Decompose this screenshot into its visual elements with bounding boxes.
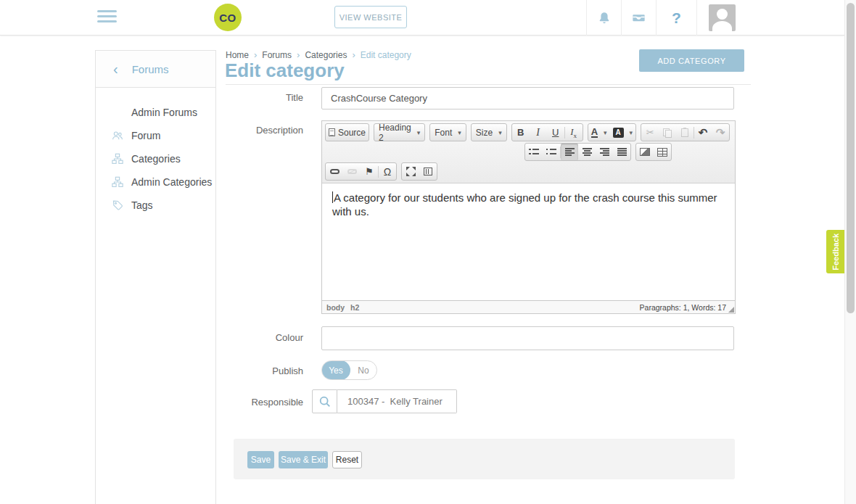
bold-button[interactable]: B (512, 124, 530, 141)
sidebar: ‹ Forums Admin Forums Forum (95, 50, 216, 504)
colour-input[interactable] (321, 326, 734, 350)
publish-label: Publish (226, 365, 303, 376)
text-caret (332, 191, 333, 203)
feedback-label: Feedback (831, 234, 840, 270)
header-divider (226, 84, 751, 85)
form-actions-bar: Save Save & Exit Reset (234, 439, 735, 479)
redo-button[interactable]: ↷ (712, 124, 729, 141)
sidebar-item-label: Forum (131, 130, 160, 141)
undo-button[interactable]: ↶ (694, 124, 712, 141)
view-website-button[interactable]: VIEW WEBSITE (334, 6, 407, 28)
unlink-icon (347, 169, 357, 174)
page-scrollbar[interactable] (844, 0, 856, 504)
publish-yes-option[interactable]: Yes (321, 360, 350, 380)
paste-button[interactable] (676, 124, 694, 141)
save-and-exit-button[interactable]: Save & Exit (279, 451, 328, 468)
breadcrumb-categories[interactable]: Categories (305, 50, 347, 60)
search-icon (318, 395, 332, 408)
justify-button[interactable] (613, 144, 630, 160)
breadcrumb-home[interactable]: Home (226, 50, 249, 60)
hamburger-menu-icon[interactable] (97, 10, 117, 25)
text-color-button[interactable]: A ▾ (588, 124, 610, 141)
editor-content[interactable]: A category for our students who are sign… (322, 183, 735, 300)
align-right-button[interactable] (596, 144, 613, 160)
title-label: Title (226, 92, 303, 103)
chevron-right-icon: › (352, 49, 355, 60)
description-label: Description (226, 125, 303, 136)
breadcrumb: Home › Forums › Categories › Edit catego… (226, 49, 411, 60)
save-button[interactable]: Save (247, 451, 274, 468)
bullet-list-button[interactable] (543, 144, 560, 160)
background-color-button[interactable]: A ▾ (610, 124, 636, 141)
inbox-button[interactable] (621, 0, 656, 36)
scrollbar-thumb[interactable] (847, 3, 855, 313)
remove-format-button[interactable]: Ix (565, 124, 583, 141)
align-center-button[interactable] (578, 144, 596, 160)
paragraph-format-dropdown[interactable]: Heading 2 ▾ (374, 124, 424, 141)
link-icon (330, 169, 339, 174)
sidebar-item-admin-categories[interactable]: Admin Categories (96, 170, 215, 194)
chevron-down-icon: ▾ (417, 129, 421, 136)
numbered-list-icon (529, 148, 539, 156)
sidebar-item-categories[interactable]: Categories (96, 147, 215, 170)
help-button[interactable]: ? (656, 0, 696, 36)
link-button[interactable] (326, 163, 343, 180)
font-dropdown[interactable]: Font ▾ (430, 124, 466, 141)
paste-icon (681, 128, 688, 137)
italic-button[interactable]: I (530, 124, 547, 141)
insert-image-button[interactable] (636, 144, 654, 160)
sitemap-icon (111, 175, 124, 189)
cut-button[interactable]: ✂ (641, 124, 659, 141)
undo-arrow-icon: ↶ (699, 127, 708, 138)
maximize-button[interactable] (402, 163, 419, 180)
avatar[interactable] (709, 4, 736, 31)
responsible-field (312, 389, 457, 413)
special-char-button[interactable]: Ω (379, 163, 396, 180)
notifications-button[interactable] (586, 0, 621, 36)
unlink-button[interactable] (343, 163, 361, 180)
blank-icon (111, 106, 124, 119)
underline-button[interactable]: U (547, 124, 564, 141)
responsible-input[interactable] (337, 389, 457, 413)
numbered-list-button[interactable] (525, 144, 543, 160)
sitemap-icon (111, 152, 124, 165)
sidebar-item-label: Tags (131, 199, 153, 211)
logo[interactable]: CO (214, 4, 242, 31)
redo-arrow-icon: ↷ (716, 127, 725, 138)
anchor-button[interactable]: ⚑ (361, 163, 378, 180)
sidebar-item-forum[interactable]: Forum (96, 124, 215, 147)
reset-button[interactable]: Reset (332, 451, 362, 468)
scissors-icon: ✂ (646, 128, 654, 137)
bell-icon (596, 10, 612, 26)
bullet-list-icon (546, 148, 556, 156)
resize-grip[interactable] (728, 307, 734, 313)
source-button[interactable]: Source (326, 124, 369, 141)
chevron-down-icon: ▾ (630, 129, 633, 136)
align-center-icon (583, 148, 592, 156)
topbar-icons: ? (586, 0, 841, 36)
sidebar-back-forums[interactable]: ‹ Forums (96, 51, 215, 88)
show-blocks-button[interactable] (419, 163, 437, 180)
feedback-tab[interactable]: Feedback (826, 230, 844, 273)
element-path-h2[interactable]: h2 (350, 303, 359, 312)
source-icon (329, 128, 335, 136)
title-input[interactable] (321, 87, 734, 110)
sidebar-item-tags[interactable]: Tags (96, 194, 215, 217)
add-category-button[interactable]: ADD CATEGORY (639, 49, 744, 72)
size-dropdown[interactable]: Size ▾ (472, 124, 506, 141)
element-path-body[interactable]: body (326, 303, 345, 312)
responsible-search-button[interactable] (312, 389, 337, 413)
publish-toggle[interactable]: Yes No (321, 360, 377, 380)
editor-status-bar: body h2 Paragraphs: 1, Words: 17 (322, 300, 735, 313)
breadcrumb-forums[interactable]: Forums (262, 50, 292, 60)
publish-no-option[interactable]: No (350, 361, 376, 379)
colour-label: Colour (226, 332, 303, 343)
insert-table-button[interactable] (654, 144, 671, 160)
table-icon (657, 148, 667, 157)
align-left-button[interactable] (561, 144, 578, 160)
maximize-icon (406, 167, 416, 176)
copy-button[interactable] (659, 124, 676, 141)
sidebar-item-admin-forums[interactable]: Admin Forums (96, 101, 215, 124)
show-blocks-icon (424, 168, 432, 175)
avatar-cell (696, 0, 841, 36)
